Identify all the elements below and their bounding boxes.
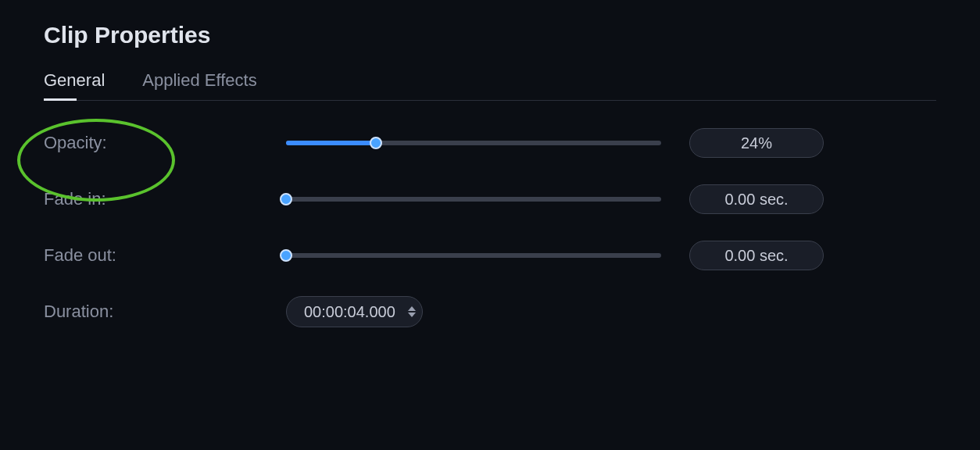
- slider-track: [286, 141, 661, 145]
- panel-title: Clip Properties: [44, 22, 936, 48]
- slider-opacity[interactable]: [286, 137, 661, 149]
- slider-thumb[interactable]: [370, 137, 382, 149]
- row-duration: Duration: 00:00:04.000: [44, 298, 936, 326]
- duration-input[interactable]: 00:00:04.000: [286, 296, 423, 327]
- slider-track: [286, 253, 661, 258]
- tabs: General Applied Effects: [44, 70, 936, 101]
- slider-track: [286, 197, 661, 202]
- row-fade-in: Fade in: 0.00 sec.: [44, 185, 936, 213]
- value-opacity[interactable]: 24%: [689, 128, 824, 158]
- value-fade-out[interactable]: 0.00 sec.: [689, 241, 824, 270]
- duration-value: 00:00:04.000: [304, 303, 395, 321]
- slider-thumb[interactable]: [280, 249, 292, 262]
- slider-fade-in[interactable]: [286, 193, 661, 205]
- slider-fade-out[interactable]: [286, 249, 661, 262]
- label-fade-out: Fade out:: [44, 245, 286, 266]
- slider-fill: [286, 141, 376, 145]
- row-fade-out: Fade out: 0.00 sec.: [44, 241, 936, 270]
- label-duration: Duration:: [44, 302, 286, 322]
- tab-general[interactable]: General: [44, 70, 105, 100]
- chevron-down-icon[interactable]: [408, 312, 416, 317]
- value-fade-in[interactable]: 0.00 sec.: [689, 184, 824, 214]
- row-opacity: Opacity: 24%: [44, 129, 936, 157]
- clip-properties-panel: Clip Properties General Applied Effects …: [0, 0, 980, 376]
- label-opacity: Opacity:: [44, 133, 286, 153]
- duration-stepper: [408, 306, 416, 317]
- tab-applied-effects[interactable]: Applied Effects: [142, 70, 256, 100]
- chevron-up-icon[interactable]: [408, 306, 416, 311]
- label-fade-in: Fade in:: [44, 189, 286, 209]
- slider-thumb[interactable]: [280, 193, 292, 205]
